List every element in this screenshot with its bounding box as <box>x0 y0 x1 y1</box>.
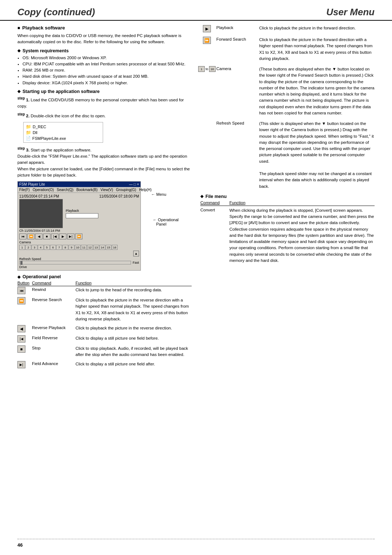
cam-5[interactable]: 5 <box>44 245 50 250</box>
op-fn-field-reverse: Click to display a still picture one fie… <box>75 335 192 341</box>
op-btn-field-advance: ▶| <box>17 361 32 368</box>
right-cmd-forward-search: Forward Search <box>216 37 256 41</box>
tc-fwd-search[interactable]: ⏩ <box>75 234 82 239</box>
cam-15[interactable]: 15 <box>106 245 111 250</box>
forward-search-icon[interactable]: ⏩ <box>203 37 211 44</box>
step3-text: step 3. Start up the application softwar… <box>17 146 192 178</box>
camera-section-label: Camera <box>19 240 139 244</box>
rewind-icon[interactable]: ⏮ <box>17 287 25 294</box>
date-label2: 11/05/2004 07:18:00 PM <box>99 194 139 198</box>
fm-row-convert: Convert When clicking during the playbac… <box>200 207 375 264</box>
step2-text: step 2. Double-click the icon of the dis… <box>17 112 192 119</box>
op-row-field-advance: ▶| Field Advance Click to display a stil… <box>17 361 192 368</box>
playback-text: Playback <box>66 209 139 212</box>
panel-annotation: ← Operational Panel <box>153 218 179 226</box>
transport-controls: ⏮ ⏪ ◀ ■ |◀ ▶ ▶| ⏩ <box>19 234 139 239</box>
tc-rev-search[interactable]: ⏪ <box>27 234 34 239</box>
cam-1[interactable]: 1 <box>19 245 25 250</box>
cam-small-icon-1[interactable]: 1 <box>198 66 205 72</box>
menu-file[interactable]: File(F) <box>19 188 30 192</box>
cam-4[interactable]: 4 <box>38 245 44 250</box>
cam-2[interactable]: 2 <box>25 245 31 250</box>
tc-field-rev[interactable]: |◀ <box>51 234 58 239</box>
to-label: to <box>205 67 208 71</box>
field-advance-icon[interactable]: ▶| <box>17 361 25 368</box>
starting-software-heading: Starting up the application software <box>17 89 192 94</box>
tc-play[interactable]: ▶ <box>59 234 66 239</box>
tc-field-adv[interactable]: ▶| <box>67 234 74 239</box>
menu-help[interactable]: Help(H) <box>139 188 151 192</box>
file-item: Dll <box>33 130 37 135</box>
file-menu-section: File menu Command Function Convert When … <box>200 194 375 264</box>
tc-rewind[interactable]: ⏮ <box>19 234 26 239</box>
op-cmd-reverse-search: Reverse Search <box>32 297 75 302</box>
list-item: Hard disk drive: System drive with unuse… <box>23 73 192 80</box>
file-row: 📄 FSMPlayerLite.exe <box>25 135 101 141</box>
cam-6[interactable]: 6 <box>50 245 56 250</box>
reverse-playback-icon[interactable]: ◀ <box>17 325 25 332</box>
op-fn-reverse-search: Click to playback the picture in the rev… <box>75 297 192 322</box>
expand-btn[interactable]: ▲ <box>133 251 139 256</box>
right-fn-forward-search: Click to playback the picture in the for… <box>259 37 375 62</box>
fm-col-function-header: Function <box>229 200 375 205</box>
ch-label-row: Ch 11/05/2004 07:15:14 PM <box>19 229 139 232</box>
op-btn-reverse-search: ⏪ <box>17 297 32 304</box>
main-content: Playback software When copying the data … <box>0 25 392 371</box>
right-row-camera: 1 to 16 Camera (These buttons are displa… <box>200 66 375 116</box>
menu-search[interactable]: Search(Q) <box>57 188 73 192</box>
cam-10[interactable]: 10 <box>75 245 81 250</box>
right-row-forward-search: ⏩ Forward Search Click to playback the p… <box>200 37 375 62</box>
cam-16[interactable]: 16 <box>112 245 118 250</box>
file-item: FSMPlayerLite.exe <box>32 136 66 141</box>
app-screenshot: FSM Player Lite — □ × File(F) Operation(… <box>17 181 141 271</box>
tc-rev-play[interactable]: ◀ <box>35 234 42 239</box>
list-item: Display device: XGA (1024 pixels X 768 p… <box>23 80 192 86</box>
reverse-search-icon[interactable]: ⏪ <box>17 297 25 304</box>
playback-software-section: Playback software When copying the data … <box>17 25 192 271</box>
op-btn-reverse-playback: ◀ <box>17 325 32 332</box>
cam-7[interactable]: 7 <box>56 245 62 250</box>
cam-small-icon-16[interactable]: 16 <box>209 66 216 72</box>
exe-icon: 📄 <box>26 136 31 141</box>
cam-9[interactable]: 9 <box>69 245 74 250</box>
op-cmd-field-advance: Field Advance <box>32 361 75 366</box>
menu-view[interactable]: View(V) <box>101 188 113 192</box>
cam-3[interactable]: 3 <box>32 245 37 250</box>
cam-12[interactable]: 12 <box>87 245 93 250</box>
menu-annotation: ← Menu <box>151 192 166 197</box>
operational-panel-section: Operational panel Button Command Functio… <box>17 274 192 368</box>
app-body: 11/05/2004 07:15:14 PM 11/05/2004 07:18:… <box>18 193 140 270</box>
refresh-label: Refresh Speed <box>19 257 139 261</box>
right-row-playback: ▶ Playback Click to playback the picture… <box>200 25 375 32</box>
app-titlebar: FSM Player Lite — □ × <box>18 182 140 187</box>
menu-bookmark[interactable]: Bookmark(B) <box>76 188 97 192</box>
slider-thumb <box>20 261 23 265</box>
refresh-slider-row: Fast <box>19 261 139 264</box>
fm-col-command-header: Command <box>200 200 229 205</box>
menu-operation[interactable]: Operation(O) <box>33 188 54 192</box>
playback-label: Playback <box>64 209 139 218</box>
cam-8[interactable]: 8 <box>62 245 68 250</box>
cam-11[interactable]: 11 <box>81 245 87 250</box>
video-preview <box>19 199 63 228</box>
file-item: D_REC <box>33 125 46 129</box>
time-field[interactable] <box>66 213 98 218</box>
header-title-left: Copy (continued) <box>17 7 95 18</box>
cam-14[interactable]: 14 <box>99 245 105 250</box>
right-cmd-refresh-speed: Refresh Speed <box>216 121 256 125</box>
stop-icon[interactable]: ■ <box>17 345 25 353</box>
fm-fn-convert: When clicking during the playback is sto… <box>229 207 375 264</box>
field-reverse-icon[interactable]: |◀ <box>17 335 25 343</box>
app-screenshot-container: FSM Player Lite — □ × File(F) Operation(… <box>17 181 141 271</box>
app-date-row: 11/05/2004 07:15:14 PM 11/05/2004 07:18:… <box>19 194 139 198</box>
op-fn-rewind: Click to jump to the head of the recordi… <box>75 287 192 293</box>
right-cmd-camera: Camera <box>216 66 256 71</box>
fast-label: Fast <box>132 261 139 264</box>
cam-13[interactable]: 13 <box>93 245 99 250</box>
op-row-reverse-playback: ◀ Reverse Playback Click to playback the… <box>17 325 192 332</box>
refresh-slider[interactable] <box>19 261 131 264</box>
date-label1: 11/05/2004 07:15:14 PM <box>19 194 59 198</box>
tc-stop[interactable]: ■ <box>43 234 50 239</box>
playback-icon[interactable]: ▶ <box>203 25 211 32</box>
menu-grouping[interactable]: Grouping(G) <box>116 188 136 192</box>
